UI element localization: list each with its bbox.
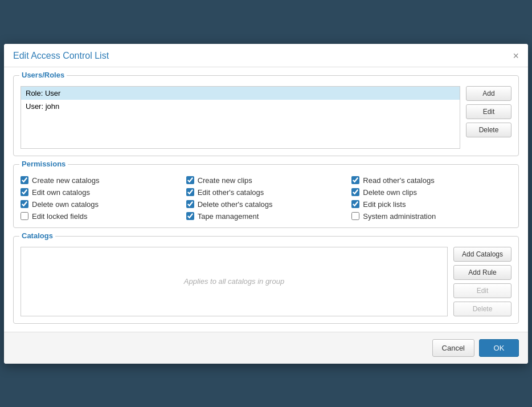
add-user-button[interactable]: Add <box>466 86 511 101</box>
delete-user-button[interactable]: Delete <box>466 123 511 137</box>
modal-body: Users/Roles Role: User User: john Add Ed… <box>4 67 528 332</box>
users-list[interactable]: Role: User User: john <box>21 86 460 149</box>
perm-edit-others-catalogs-label: Edit other's catalogs <box>198 188 264 197</box>
modal-dialog: Edit Access Control List × Users/Roles R… <box>4 44 528 364</box>
perm-edit-others-catalogs: Edit other's catalogs <box>186 188 346 197</box>
perm-read-others-catalogs-checkbox[interactable] <box>351 176 359 184</box>
perm-create-new-catalogs-label: Create new catalogs <box>32 176 100 185</box>
perm-system-administration-label: System administration <box>363 212 436 221</box>
perm-tape-management-label: Tape management <box>198 212 259 221</box>
users-roles-section: Users/Roles Role: User User: john Add Ed… <box>13 75 519 156</box>
perm-edit-locked-fields-label: Edit locked fields <box>32 212 88 221</box>
perm-delete-others-catalogs: Delete other's catalogs <box>186 200 346 209</box>
users-roles-inner: Role: User User: john Add Edit Delete <box>21 86 511 149</box>
add-catalogs-button[interactable]: Add Catalogs <box>453 247 511 262</box>
perm-edit-others-catalogs-checkbox[interactable] <box>186 188 194 196</box>
close-button[interactable]: × <box>513 51 519 61</box>
perm-edit-own-catalogs-checkbox[interactable] <box>21 188 28 196</box>
perm-create-new-catalogs: Create new catalogs <box>21 176 181 185</box>
list-item[interactable]: User: john <box>21 100 460 113</box>
perm-tape-management-checkbox[interactable] <box>186 212 194 220</box>
perm-tape-management: Tape management <box>186 212 346 221</box>
catalogs-section: Catalogs Applies to all catalogs in grou… <box>13 236 519 324</box>
edit-catalog-button[interactable]: Edit <box>453 283 511 298</box>
users-roles-legend: Users/Roles <box>19 71 67 79</box>
perm-create-new-clips: Create new clips <box>186 176 346 185</box>
perm-delete-own-catalogs-label: Delete own catalogs <box>32 200 99 209</box>
catalogs-placeholder: Applies to all catalogs in group <box>184 277 284 286</box>
perm-read-others-catalogs: Read other's catalogs <box>351 176 511 185</box>
perm-edit-locked-fields: Edit locked fields <box>21 212 181 221</box>
modal-header: Edit Access Control List × <box>4 44 528 67</box>
perm-delete-own-clips-label: Delete own clips <box>363 188 417 197</box>
modal-footer: Cancel OK <box>4 332 528 364</box>
permissions-section: Permissions Create new catalogs Create n… <box>13 164 519 228</box>
perm-delete-own-catalogs-checkbox[interactable] <box>21 200 28 208</box>
perm-edit-own-catalogs: Edit own catalogs <box>21 188 181 197</box>
perm-delete-own-clips-checkbox[interactable] <box>351 188 359 196</box>
catalogs-action-buttons: Add Catalogs Add Rule Edit Delete <box>453 247 511 316</box>
perm-delete-others-catalogs-checkbox[interactable] <box>186 200 194 208</box>
perm-edit-pick-lists-label: Edit pick lists <box>363 200 406 209</box>
perm-edit-pick-lists: Edit pick lists <box>351 200 511 209</box>
perm-read-others-catalogs-label: Read other's catalogs <box>363 176 434 185</box>
add-rule-button[interactable]: Add Rule <box>453 265 511 280</box>
perm-create-new-catalogs-checkbox[interactable] <box>21 176 28 184</box>
ok-button[interactable]: OK <box>479 339 519 357</box>
perm-edit-pick-lists-checkbox[interactable] <box>351 200 359 208</box>
catalogs-list[interactable]: Applies to all catalogs in group <box>21 247 448 316</box>
delete-catalog-button[interactable]: Delete <box>453 302 511 316</box>
cancel-button[interactable]: Cancel <box>432 339 474 357</box>
catalogs-legend: Catalogs <box>19 231 55 240</box>
perm-create-new-clips-label: Create new clips <box>198 176 252 185</box>
perm-delete-others-catalogs-label: Delete other's catalogs <box>198 200 273 209</box>
perm-delete-own-catalogs: Delete own catalogs <box>21 200 181 209</box>
perm-system-administration-checkbox[interactable] <box>351 212 359 220</box>
perm-edit-locked-fields-checkbox[interactable] <box>21 212 28 220</box>
perm-edit-own-catalogs-label: Edit own catalogs <box>32 188 90 197</box>
perm-create-new-clips-checkbox[interactable] <box>186 176 194 184</box>
users-action-buttons: Add Edit Delete <box>466 86 511 149</box>
perm-system-administration: System administration <box>351 212 511 221</box>
permissions-legend: Permissions <box>19 160 68 168</box>
perm-delete-own-clips: Delete own clips <box>351 188 511 197</box>
modal-title: Edit Access Control List <box>13 51 109 61</box>
edit-user-button[interactable]: Edit <box>466 104 511 119</box>
permissions-grid: Create new catalogs Create new clips Rea… <box>21 176 511 221</box>
list-item[interactable]: Role: User <box>21 87 460 100</box>
catalogs-inner: Applies to all catalogs in group Add Cat… <box>21 247 511 316</box>
